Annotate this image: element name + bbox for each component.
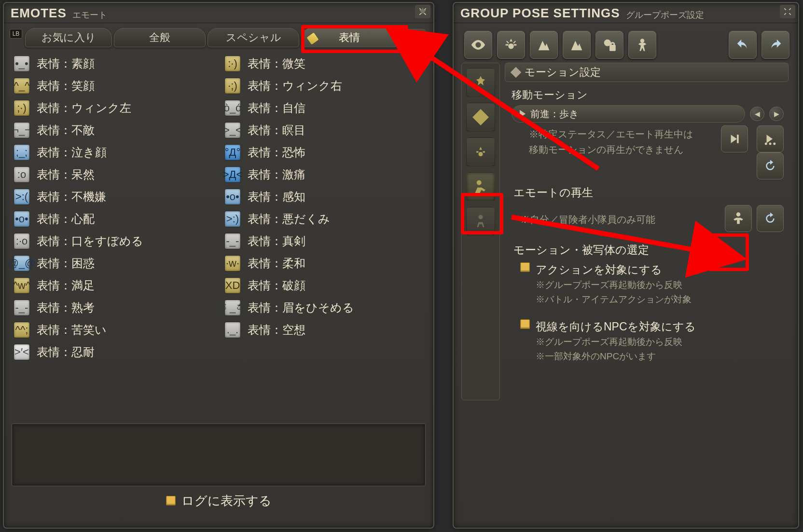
emote-face-icon: ;·) [14,100,30,116]
redo-icon[interactable] [761,31,789,59]
emote-item[interactable]: :·)表情：微笑 [224,53,424,74]
movement-prev-button[interactable]: ◀ [750,107,764,121]
play-pause-button[interactable] [721,125,748,152]
emote-item[interactable]: ·;)表情：ウィンク右 [224,75,424,96]
emote-label: 表情：恐怖 [248,145,305,160]
emote-label: 表情：呆然 [37,167,95,182]
movement-motion-value: 前進：歩き [530,108,579,121]
close-icon[interactable] [415,5,430,18]
emote-item[interactable]: -_-表情：熟考 [14,297,213,318]
emote-item[interactable]: ò_ó表情：自信 [224,97,424,119]
emote-item[interactable]: ·w·表情：柔和 [224,253,424,274]
emote-log-textbox[interactable] [12,423,426,486]
emote-label: 表情：ウィンク右 [248,78,342,94]
tab-expression[interactable]: 表情 [301,28,398,47]
emote-item[interactable]: >_<表情：瞑目 [224,120,424,141]
log-checkbox[interactable] [166,496,176,505]
movement-motion-label: 移動モーション [512,88,784,102]
play-all-button[interactable] [757,125,784,152]
reset-button[interactable] [757,152,784,179]
emote-item[interactable]: >:(表情：不機嫌 [14,186,213,207]
tab-favorites[interactable]: お気に入り [25,28,112,47]
emote-item[interactable]: :·o表情：口をすぼめる [14,231,213,252]
emote-item[interactable]: :o表情：呆然 [14,164,213,185]
effect1-icon[interactable] [530,31,558,59]
action-target-checkbox[interactable] [520,262,530,272]
emote-face-icon: :·o [14,233,30,249]
motion-section-header[interactable]: モーション設定 [505,63,789,82]
lock-gear-icon[interactable] [595,31,623,59]
sort-button[interactable]: ↑↓ [407,29,426,47]
emote-face-icon: ·w· [224,255,241,272]
svg-point-5 [765,143,767,145]
movement-motion-select[interactable]: 前進：歩き [512,105,745,123]
diamond-icon [511,67,522,78]
emote-item[interactable]: •_•表情：素顔 [14,53,213,74]
emote-item[interactable]: •o•表情：感知 [224,186,424,207]
tab-special[interactable]: スペシャル [208,28,299,47]
pose-icon[interactable] [628,31,656,59]
movement-next-button[interactable]: ▶ [769,107,784,121]
close-icon[interactable] [780,5,795,18]
emote-item[interactable]: ._.表情：空想 [224,319,424,341]
emote-item[interactable]: >′<表情：忍耐 [14,341,213,363]
emotes-title-jp: エモート [72,9,107,21]
svg-point-7 [773,143,775,145]
emote-item[interactable]: ^^;表情：苦笑い [14,319,213,341]
npc-target-checkbox[interactable] [520,319,530,329]
pencil-icon [306,32,318,44]
emote-label: 表情：不機嫌 [37,189,106,205]
emote-replay-reset-button[interactable] [757,205,784,232]
emote-item[interactable]: >Д<表情：激痛 [224,164,424,185]
emotes-title-en: EMOTES [11,6,67,21]
emote-item[interactable]: °Д°表情：恐怖 [224,142,424,163]
lb-badge: LB [10,29,22,39]
emotes-window: EMOTES エモート LB お気に入り 全般 スペシャル 表情 RB ↑↓ •… [3,2,434,529]
sidebar-frame-icon[interactable] [466,103,495,132]
emote-label: 表情：柔和 [248,256,305,271]
emote-item[interactable]: ಠ_ಠ表情：眉をひそめる [224,297,424,318]
emote-label: 表情：不敵 [37,123,95,138]
emote-label: 表情：熟考 [37,300,95,315]
emote-replay-button[interactable] [725,205,752,232]
emote-face-icon: -_- [224,233,241,249]
action-target-label: アクションを対象にする [536,262,784,277]
emote-label: 表情：困惑 [37,256,95,271]
undo-icon[interactable] [729,31,757,59]
emote-label: 表情：心配 [37,211,95,227]
gpose-toolbar [454,23,798,63]
emote-item[interactable]: ^_^表情：笑顔 [14,75,213,96]
npc-target-note1: ※グループポーズ再起動後から反映 [536,335,784,349]
emote-item[interactable]: -_-表情：真剣 [224,231,424,252]
emote-item[interactable]: >:)表情：悪だくみ [224,208,424,230]
emote-face-icon: ;_; [14,144,30,161]
emote-face-icon: •_• [14,55,30,72]
emote-item[interactable]: XD表情：破顔 [224,275,424,296]
emote-label: 表情：微笑 [248,56,305,71]
emote-item[interactable]: ¬_¬表情：不敵 [14,120,213,141]
tab-general[interactable]: 全般 [114,28,206,47]
emote-item[interactable]: ;·)表情：ウィンク左 [14,97,213,119]
emote-label: 表情：口をすぼめる [37,233,143,249]
svg-rect-3 [473,110,488,124]
emote-face-icon: •o• [14,211,30,227]
emote-face-icon: ^^; [14,322,30,338]
emote-face-icon: ._. [224,322,241,338]
log-checkbox-label: ログに表示する [181,492,272,509]
emote-item[interactable]: ;_;表情：泣き顔 [14,142,213,163]
emote-replay-note: ※自分／冒険者小隊員のみ可能 [520,213,655,226]
sidebar-stance-icon[interactable] [466,207,495,236]
sidebar-light-icon[interactable] [466,137,495,166]
movement-note-2: 移動モーションの再生ができません [529,143,712,156]
sidebar-general-icon[interactable] [466,68,495,97]
emote-item[interactable]: @_@表情：困惑 [14,253,213,274]
movement-note-1: ※特定ステータス／エモート再生中は [529,127,712,141]
emote-face-icon: •o• [224,189,241,205]
eye-toggle-icon[interactable] [464,31,492,59]
emote-item[interactable]: ^w^表情：満足 [14,275,213,296]
light-icon[interactable] [497,31,525,59]
sidebar-pose-icon[interactable] [466,172,495,201]
emote-item[interactable]: •o•表情：心配 [14,208,213,230]
emote-face-icon: ò_ó [224,100,241,116]
effect2-icon[interactable] [563,31,591,59]
